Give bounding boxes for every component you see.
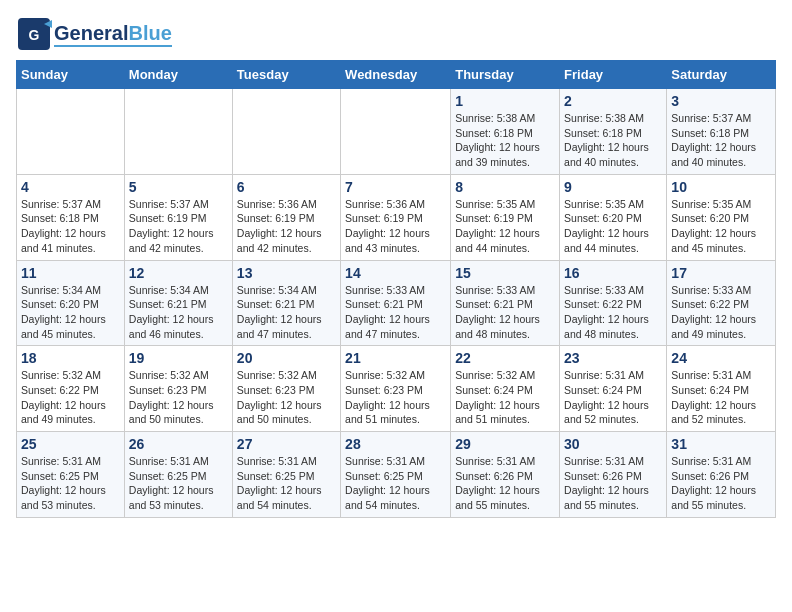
- logo-text: GeneralBlue: [54, 22, 172, 45]
- day-cell: 3Sunrise: 5:37 AM Sunset: 6:18 PM Daylig…: [667, 89, 776, 175]
- day-number: 5: [129, 179, 228, 195]
- day-info: Sunrise: 5:31 AM Sunset: 6:24 PM Dayligh…: [671, 368, 771, 427]
- day-cell: [341, 89, 451, 175]
- day-number: 29: [455, 436, 555, 452]
- day-info: Sunrise: 5:31 AM Sunset: 6:25 PM Dayligh…: [129, 454, 228, 513]
- day-info: Sunrise: 5:33 AM Sunset: 6:22 PM Dayligh…: [564, 283, 662, 342]
- day-info: Sunrise: 5:31 AM Sunset: 6:26 PM Dayligh…: [564, 454, 662, 513]
- day-cell: 17Sunrise: 5:33 AM Sunset: 6:22 PM Dayli…: [667, 260, 776, 346]
- day-info: Sunrise: 5:31 AM Sunset: 6:26 PM Dayligh…: [455, 454, 555, 513]
- day-cell: 5Sunrise: 5:37 AM Sunset: 6:19 PM Daylig…: [124, 174, 232, 260]
- day-cell: [232, 89, 340, 175]
- day-info: Sunrise: 5:35 AM Sunset: 6:19 PM Dayligh…: [455, 197, 555, 256]
- day-number: 6: [237, 179, 336, 195]
- day-number: 2: [564, 93, 662, 109]
- day-number: 23: [564, 350, 662, 366]
- day-cell: 24Sunrise: 5:31 AM Sunset: 6:24 PM Dayli…: [667, 346, 776, 432]
- day-cell: 20Sunrise: 5:32 AM Sunset: 6:23 PM Dayli…: [232, 346, 340, 432]
- day-cell: 14Sunrise: 5:33 AM Sunset: 6:21 PM Dayli…: [341, 260, 451, 346]
- day-number: 28: [345, 436, 446, 452]
- day-info: Sunrise: 5:32 AM Sunset: 6:24 PM Dayligh…: [455, 368, 555, 427]
- day-number: 1: [455, 93, 555, 109]
- column-header-friday: Friday: [560, 61, 667, 89]
- day-number: 14: [345, 265, 446, 281]
- day-cell: 15Sunrise: 5:33 AM Sunset: 6:21 PM Dayli…: [451, 260, 560, 346]
- day-cell: 1Sunrise: 5:38 AM Sunset: 6:18 PM Daylig…: [451, 89, 560, 175]
- day-cell: 21Sunrise: 5:32 AM Sunset: 6:23 PM Dayli…: [341, 346, 451, 432]
- day-cell: 16Sunrise: 5:33 AM Sunset: 6:22 PM Dayli…: [560, 260, 667, 346]
- day-info: Sunrise: 5:33 AM Sunset: 6:21 PM Dayligh…: [455, 283, 555, 342]
- day-cell: 23Sunrise: 5:31 AM Sunset: 6:24 PM Dayli…: [560, 346, 667, 432]
- day-number: 26: [129, 436, 228, 452]
- day-number: 3: [671, 93, 771, 109]
- logo: G GeneralBlue: [16, 16, 172, 52]
- day-number: 20: [237, 350, 336, 366]
- week-row-1: 1Sunrise: 5:38 AM Sunset: 6:18 PM Daylig…: [17, 89, 776, 175]
- day-info: Sunrise: 5:37 AM Sunset: 6:19 PM Dayligh…: [129, 197, 228, 256]
- day-cell: 29Sunrise: 5:31 AM Sunset: 6:26 PM Dayli…: [451, 432, 560, 518]
- week-row-3: 11Sunrise: 5:34 AM Sunset: 6:20 PM Dayli…: [17, 260, 776, 346]
- day-info: Sunrise: 5:31 AM Sunset: 6:25 PM Dayligh…: [345, 454, 446, 513]
- day-cell: 4Sunrise: 5:37 AM Sunset: 6:18 PM Daylig…: [17, 174, 125, 260]
- day-cell: 8Sunrise: 5:35 AM Sunset: 6:19 PM Daylig…: [451, 174, 560, 260]
- day-number: 21: [345, 350, 446, 366]
- day-info: Sunrise: 5:37 AM Sunset: 6:18 PM Dayligh…: [21, 197, 120, 256]
- day-info: Sunrise: 5:34 AM Sunset: 6:21 PM Dayligh…: [237, 283, 336, 342]
- page-header: G GeneralBlue: [16, 16, 776, 52]
- day-info: Sunrise: 5:35 AM Sunset: 6:20 PM Dayligh…: [671, 197, 771, 256]
- day-cell: 31Sunrise: 5:31 AM Sunset: 6:26 PM Dayli…: [667, 432, 776, 518]
- header-row: SundayMondayTuesdayWednesdayThursdayFrid…: [17, 61, 776, 89]
- day-number: 9: [564, 179, 662, 195]
- day-info: Sunrise: 5:31 AM Sunset: 6:25 PM Dayligh…: [21, 454, 120, 513]
- day-number: 8: [455, 179, 555, 195]
- day-cell: 13Sunrise: 5:34 AM Sunset: 6:21 PM Dayli…: [232, 260, 340, 346]
- calendar-table: SundayMondayTuesdayWednesdayThursdayFrid…: [16, 60, 776, 518]
- day-info: Sunrise: 5:38 AM Sunset: 6:18 PM Dayligh…: [564, 111, 662, 170]
- day-number: 18: [21, 350, 120, 366]
- day-info: Sunrise: 5:34 AM Sunset: 6:21 PM Dayligh…: [129, 283, 228, 342]
- svg-text:G: G: [29, 27, 40, 43]
- column-header-wednesday: Wednesday: [341, 61, 451, 89]
- day-number: 12: [129, 265, 228, 281]
- day-number: 4: [21, 179, 120, 195]
- week-row-5: 25Sunrise: 5:31 AM Sunset: 6:25 PM Dayli…: [17, 432, 776, 518]
- day-cell: 22Sunrise: 5:32 AM Sunset: 6:24 PM Dayli…: [451, 346, 560, 432]
- week-row-4: 18Sunrise: 5:32 AM Sunset: 6:22 PM Dayli…: [17, 346, 776, 432]
- day-cell: 7Sunrise: 5:36 AM Sunset: 6:19 PM Daylig…: [341, 174, 451, 260]
- day-info: Sunrise: 5:36 AM Sunset: 6:19 PM Dayligh…: [237, 197, 336, 256]
- day-cell: 11Sunrise: 5:34 AM Sunset: 6:20 PM Dayli…: [17, 260, 125, 346]
- week-row-2: 4Sunrise: 5:37 AM Sunset: 6:18 PM Daylig…: [17, 174, 776, 260]
- day-info: Sunrise: 5:33 AM Sunset: 6:22 PM Dayligh…: [671, 283, 771, 342]
- day-cell: 6Sunrise: 5:36 AM Sunset: 6:19 PM Daylig…: [232, 174, 340, 260]
- day-number: 25: [21, 436, 120, 452]
- column-header-sunday: Sunday: [17, 61, 125, 89]
- day-info: Sunrise: 5:38 AM Sunset: 6:18 PM Dayligh…: [455, 111, 555, 170]
- column-header-monday: Monday: [124, 61, 232, 89]
- day-info: Sunrise: 5:37 AM Sunset: 6:18 PM Dayligh…: [671, 111, 771, 170]
- day-cell: 19Sunrise: 5:32 AM Sunset: 6:23 PM Dayli…: [124, 346, 232, 432]
- day-number: 31: [671, 436, 771, 452]
- day-cell: 2Sunrise: 5:38 AM Sunset: 6:18 PM Daylig…: [560, 89, 667, 175]
- column-header-saturday: Saturday: [667, 61, 776, 89]
- day-number: 11: [21, 265, 120, 281]
- day-cell: 10Sunrise: 5:35 AM Sunset: 6:20 PM Dayli…: [667, 174, 776, 260]
- day-number: 16: [564, 265, 662, 281]
- day-cell: [124, 89, 232, 175]
- day-info: Sunrise: 5:31 AM Sunset: 6:24 PM Dayligh…: [564, 368, 662, 427]
- day-info: Sunrise: 5:32 AM Sunset: 6:22 PM Dayligh…: [21, 368, 120, 427]
- day-number: 7: [345, 179, 446, 195]
- day-number: 10: [671, 179, 771, 195]
- day-cell: 12Sunrise: 5:34 AM Sunset: 6:21 PM Dayli…: [124, 260, 232, 346]
- day-cell: 30Sunrise: 5:31 AM Sunset: 6:26 PM Dayli…: [560, 432, 667, 518]
- day-cell: [17, 89, 125, 175]
- day-number: 15: [455, 265, 555, 281]
- day-number: 30: [564, 436, 662, 452]
- day-info: Sunrise: 5:31 AM Sunset: 6:26 PM Dayligh…: [671, 454, 771, 513]
- day-info: Sunrise: 5:33 AM Sunset: 6:21 PM Dayligh…: [345, 283, 446, 342]
- logo-icon: G: [16, 16, 52, 52]
- day-number: 22: [455, 350, 555, 366]
- day-number: 19: [129, 350, 228, 366]
- day-info: Sunrise: 5:31 AM Sunset: 6:25 PM Dayligh…: [237, 454, 336, 513]
- day-number: 24: [671, 350, 771, 366]
- column-header-thursday: Thursday: [451, 61, 560, 89]
